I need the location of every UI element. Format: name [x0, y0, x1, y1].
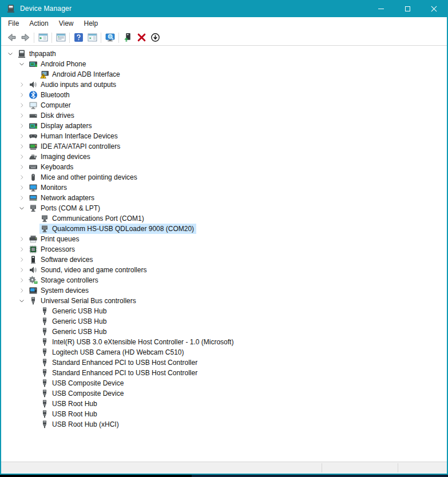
tree-item-content[interactable]: Android Phone [28, 59, 88, 69]
tree-item[interactable]: Print queues [1, 234, 447, 244]
back-button[interactable] [5, 31, 18, 45]
show-action-pane-button[interactable] [85, 31, 99, 45]
tree-item-content[interactable]: Keyboards [28, 162, 76, 172]
tree-item-content[interactable]: Generic USB Hub [39, 327, 109, 337]
tree-item[interactable]: Ports (COM & LPT) [1, 203, 447, 213]
tree-item[interactable]: Disk drives [1, 110, 447, 121]
uninstall-device-button[interactable] [134, 31, 148, 45]
chevron-right-icon[interactable] [17, 80, 26, 89]
maximize-button[interactable] [394, 0, 421, 17]
tree-item-content[interactable]: Software devices [28, 255, 95, 265]
chevron-right-icon[interactable] [17, 101, 26, 110]
chevron-right-icon[interactable] [17, 245, 26, 254]
tree-item-content[interactable]: Generic USB Hub [39, 306, 109, 316]
tree-item[interactable]: Human Interface Devices [1, 131, 447, 141]
scan-hardware-changes-button[interactable] [103, 31, 117, 45]
menu-file[interactable]: File [3, 18, 24, 29]
tree-item-content[interactable]: Android ADB Interface [39, 69, 122, 80]
tree-item[interactable]: Mice and other pointing devices [1, 172, 447, 182]
tree-item[interactable]: USB Composite Device [1, 378, 447, 388]
tree-item-content[interactable]: USB Root Hub (xHCI) [39, 419, 121, 430]
tree-item[interactable]: USB Root Hub [1, 399, 447, 409]
chevron-right-icon[interactable] [17, 132, 26, 141]
tree-item[interactable]: USB Root Hub [1, 409, 447, 419]
tree-item-content[interactable]: Bluetooth [28, 90, 72, 100]
tree-item-content[interactable]: Print queues [28, 234, 81, 244]
help-button[interactable] [72, 31, 85, 45]
update-driver-button[interactable] [121, 31, 134, 45]
tree-item[interactable]: Software devices [1, 255, 447, 265]
chevron-down-icon[interactable] [6, 49, 15, 58]
tree-item[interactable]: Qualcomm HS-USB QDLoader 9008 (COM20) [1, 224, 447, 234]
tree-item-content[interactable]: Computer [28, 100, 73, 110]
tree-item[interactable]: Monitors [1, 182, 447, 193]
menu-view[interactable]: View [54, 18, 79, 29]
chevron-right-icon[interactable] [17, 265, 26, 275]
tree-item-content[interactable]: Standard Enhanced PCI to USB Host Contro… [39, 368, 200, 378]
tree-item-content[interactable]: Human Interface Devices [28, 131, 120, 141]
menu-help[interactable]: Help [79, 18, 104, 29]
tree-item-content[interactable]: USB Composite Device [39, 388, 126, 399]
tree-item[interactable]: Network adapters [1, 193, 447, 203]
tree-item[interactable]: Bluetooth [1, 90, 447, 100]
tree-item[interactable]: Sound, video and game controllers [1, 265, 447, 275]
tree-item[interactable]: Generic USB Hub [1, 306, 447, 316]
tree-item[interactable]: Logitech USB Camera (HD Webcam C510) [1, 347, 447, 357]
tree-item[interactable]: Communications Port (COM1) [1, 213, 447, 224]
tree-item-content[interactable]: Network adapters [28, 193, 97, 203]
chevron-right-icon[interactable] [17, 276, 26, 285]
show-console-tree-button[interactable] [36, 31, 50, 45]
forward-button[interactable] [18, 31, 32, 45]
tree-item-content[interactable]: Display adapters [28, 121, 94, 131]
chevron-right-icon[interactable] [17, 173, 26, 182]
tree-item[interactable]: USB Composite Device [1, 388, 447, 399]
tree-item-content[interactable]: thpapath [17, 49, 58, 59]
minimize-button[interactable] [368, 0, 394, 17]
tree-item-content[interactable]: USB Root Hub [39, 409, 100, 419]
chevron-right-icon[interactable] [17, 162, 26, 172]
tree-item-content[interactable]: USB Composite Device [39, 378, 126, 388]
chevron-right-icon[interactable] [17, 183, 26, 192]
tree-item[interactable]: Audio inputs and outputs [1, 80, 447, 90]
tree-item-content[interactable]: Imaging devices [28, 152, 93, 162]
chevron-right-icon[interactable] [17, 286, 26, 295]
tree-item-content[interactable]: Disk drives [28, 110, 77, 121]
tree-item-content[interactable]: Audio inputs and outputs [28, 80, 118, 90]
properties-button[interactable] [54, 31, 68, 45]
tree-item[interactable]: Android Phone [1, 59, 447, 69]
tree-item[interactable]: thpapath [1, 49, 447, 59]
chevron-right-icon[interactable] [17, 121, 26, 130]
tree-item-content[interactable]: Universal Serial Bus controllers [28, 296, 138, 306]
chevron-down-icon[interactable] [17, 59, 26, 69]
chevron-down-icon[interactable] [17, 296, 26, 305]
tree-item[interactable]: IDE ATA/ATAPI controllers [1, 141, 447, 152]
tree-item[interactable]: Universal Serial Bus controllers [1, 296, 447, 306]
tree-item[interactable]: Generic USB Hub [1, 316, 447, 327]
tree-item-content[interactable]: Processors [28, 244, 77, 255]
tree-item-content[interactable]: Logitech USB Camera (HD Webcam C510) [39, 347, 187, 357]
tree-item-selected-content[interactable]: Qualcomm HS-USB QDLoader 9008 (COM20) [39, 224, 196, 234]
chevron-right-icon[interactable] [17, 152, 26, 161]
tree-item[interactable]: Intel(R) USB 3.0 eXtensible Host Control… [1, 337, 447, 347]
tree-item-content[interactable]: Standard Enhanced PCI to USB Host Contro… [39, 357, 200, 368]
tree-item[interactable]: Keyboards [1, 162, 447, 172]
chevron-right-icon[interactable] [17, 193, 26, 202]
tree-item-content[interactable]: Mice and other pointing devices [28, 172, 140, 182]
tree-item-content[interactable]: Monitors [28, 182, 69, 193]
tree-item[interactable]: Standard Enhanced PCI to USB Host Contro… [1, 368, 447, 378]
menu-action[interactable]: Action [24, 18, 53, 29]
tree-item-content[interactable]: USB Root Hub [39, 399, 100, 409]
chevron-down-icon[interactable] [17, 204, 26, 213]
tree-item[interactable]: Storage controllers [1, 275, 447, 285]
tree-item[interactable]: Display adapters [1, 121, 447, 131]
chevron-right-icon[interactable] [17, 142, 26, 151]
tree-item-content[interactable]: Generic USB Hub [39, 316, 109, 327]
tree-item[interactable]: Android ADB Interface [1, 69, 447, 80]
tree-item-content[interactable]: System devices [28, 285, 91, 296]
tree-item[interactable]: Computer [1, 100, 447, 110]
disable-device-button[interactable] [148, 31, 162, 45]
tree-item-content[interactable]: Sound, video and game controllers [28, 265, 149, 275]
tree-item[interactable]: Processors [1, 244, 447, 255]
chevron-right-icon[interactable] [17, 255, 26, 264]
tree-item-content[interactable]: Communications Port (COM1) [39, 213, 146, 224]
